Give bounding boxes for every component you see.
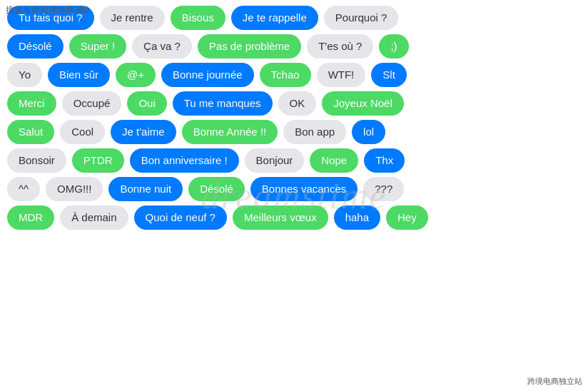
bubble-5-1[interactable]: PTDR <box>72 148 124 173</box>
bubble-row-7: MDRÀ demainQuoi de neuf ?Meilleurs vœuxh… <box>7 205 581 230</box>
bubble-2-2[interactable]: @+ <box>116 63 156 87</box>
bubble-row-3: MerciOccupéOuiTu me manquesOKJoyeux Noël <box>7 91 581 116</box>
bubble-3-0[interactable]: Merci <box>7 91 56 116</box>
bubble-7-4[interactable]: haha <box>334 205 380 230</box>
bubble-5-3[interactable]: Bonjour <box>245 148 305 173</box>
bubble-4-3[interactable]: Bonne Année !! <box>182 120 278 144</box>
bubble-row-5: BonsoirPTDRBon anniversaire !BonjourNope… <box>7 148 581 173</box>
bubble-0-3[interactable]: Je te rappelle <box>231 6 318 30</box>
bubble-6-1[interactable]: OMG!!! <box>46 177 103 201</box>
bubble-0-1[interactable]: Je rentre <box>100 6 165 30</box>
bubble-2-0[interactable]: Yo <box>7 63 42 87</box>
bubble-row-0: Tu fais quoi ?Je rentreBisousJe te rappe… <box>7 6 581 30</box>
bubble-6-0[interactable]: ^^ <box>7 177 40 201</box>
bubble-0-4[interactable]: Pourquoi ? <box>324 6 399 30</box>
bubble-2-1[interactable]: Bien sûr <box>48 63 110 87</box>
watermark-bottom-right: 跨境电商独立站 <box>527 376 582 387</box>
bubble-1-2[interactable]: Ça va ? <box>132 34 192 59</box>
bubble-4-4[interactable]: Bon app <box>283 120 346 144</box>
bubble-row-6: ^^OMG!!!Bonne nuitDésoléBonnes vacances?… <box>7 177 581 201</box>
bubble-2-5[interactable]: WTF! <box>317 63 366 87</box>
bubble-4-2[interactable]: Je t'aime <box>111 120 176 144</box>
bubble-3-5[interactable]: Joyeux Noël <box>322 91 404 116</box>
bubble-6-3[interactable]: Désolé <box>188 177 245 201</box>
bubble-6-4[interactable]: Bonnes vacances <box>250 177 358 201</box>
bubble-3-2[interactable]: Oui <box>127 91 166 116</box>
bubble-2-6[interactable]: Slt <box>371 63 407 87</box>
bubble-1-0[interactable]: Désolé <box>7 34 64 59</box>
bubble-7-2[interactable]: Quoi de neuf ? <box>134 205 227 230</box>
bubble-3-1[interactable]: Occupé <box>62 91 122 116</box>
bubble-1-1[interactable]: Super ! <box>69 34 126 59</box>
bubble-0-2[interactable]: Bisous <box>171 6 225 30</box>
bubble-4-1[interactable]: Cool <box>60 120 105 144</box>
bubble-1-3[interactable]: Pas de problème <box>198 34 301 59</box>
bubble-5-4[interactable]: Nope <box>310 148 358 173</box>
bubble-3-3[interactable]: Tu me manques <box>173 91 273 116</box>
bubble-6-2[interactable]: Bonne nuit <box>108 177 183 201</box>
watermark-top: 搜狐号@跨境电商360 <box>6 4 88 16</box>
bubble-7-3[interactable]: Meilleurs vœux <box>233 205 328 230</box>
bubble-7-5[interactable]: Hey <box>386 205 428 230</box>
bubble-4-0[interactable]: Salut <box>7 120 54 144</box>
bubble-5-0[interactable]: Bonsoir <box>7 148 66 173</box>
bubble-row-1: DésoléSuper !Ça va ?Pas de problèmeT'es … <box>7 34 581 59</box>
bubble-2-4[interactable]: Tchao <box>260 63 311 87</box>
bubble-3-4[interactable]: OK <box>278 91 317 116</box>
bubble-5-5[interactable]: Thx <box>364 148 405 173</box>
bubble-7-0[interactable]: MDR <box>7 205 54 230</box>
bubble-7-1[interactable]: À demain <box>60 205 128 230</box>
bubble-1-4[interactable]: T'es où ? <box>307 34 373 59</box>
bubble-5-2[interactable]: Bon anniversaire ! <box>130 148 239 173</box>
bubbles-container: Tu fais quoi ?Je rentreBisousJe te rappe… <box>0 0 588 391</box>
bubble-6-5[interactable]: ??? <box>363 177 404 201</box>
bubble-1-5[interactable]: ;) <box>379 34 408 59</box>
bubble-row-4: SalutCoolJe t'aimeBonne Année !!Bon appl… <box>7 120 581 144</box>
bubble-4-5[interactable]: lol <box>352 120 385 144</box>
bubble-row-2: YoBien sûr@+Bonne journéeTchaoWTF!Slt <box>7 63 581 87</box>
bubble-2-3[interactable]: Bonne journée <box>161 63 254 87</box>
